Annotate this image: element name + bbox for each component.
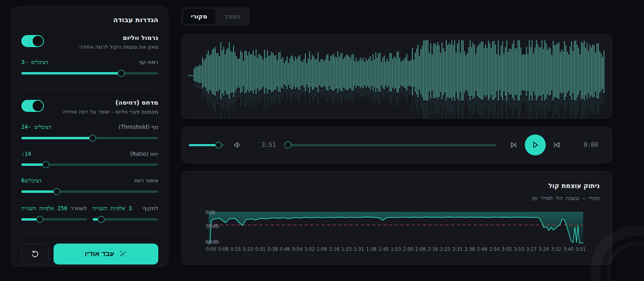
x-axis-tick: 3:40 xyxy=(563,246,574,252)
x-axis-labels: 0:000:080:150:230:310:380:460:541:021:09… xyxy=(206,246,586,252)
target-level-value: 3- דציבלים xyxy=(21,59,48,66)
normalize-description: מאזן את עוצמת הקול לרמה אחידה xyxy=(79,44,158,50)
release-label: לשחרר xyxy=(70,205,87,211)
skip-back-button[interactable] xyxy=(552,140,561,149)
target-level-label: רמת יעד xyxy=(139,59,158,65)
x-axis-tick: 0:46 xyxy=(280,246,290,252)
tab-processed[interactable]: מעובד xyxy=(216,9,249,24)
reset-icon xyxy=(31,250,39,258)
x-axis-tick: 3:32 xyxy=(551,246,561,252)
x-axis-tick: 2:23 xyxy=(440,246,450,252)
compressor-description: מצמצם פערי ווליום – שומר על רמה אחידה xyxy=(62,109,158,115)
skip-forward-icon xyxy=(509,140,518,149)
magic-wand-icon xyxy=(118,250,127,258)
compressor-title: מדחס (דחיסה) xyxy=(62,99,158,106)
x-axis-tick: 3:02 xyxy=(501,246,512,252)
tab-original[interactable]: מקורי xyxy=(183,9,215,24)
x-axis-tick: 3:10 xyxy=(514,246,524,252)
x-axis-tick: 1:45 xyxy=(378,246,389,252)
release-column: לשחרר 250 אלפיות השנייה xyxy=(21,205,87,223)
x-axis-tick: 0:15 xyxy=(230,246,241,252)
process-audio-label: עבד אודיו xyxy=(85,250,114,258)
y-axis-label-0db: 0dB xyxy=(205,209,215,215)
attack-label: לתקוף xyxy=(143,205,158,211)
x-axis-tick: 1:09 xyxy=(317,246,327,252)
speaker-icon[interactable] xyxy=(233,140,242,149)
gain-value: 6דציבלים xyxy=(21,177,41,184)
x-axis-tick: 2:31 xyxy=(452,246,463,252)
slider-fill xyxy=(21,72,121,74)
x-axis-tick: 3:51 xyxy=(576,246,586,252)
ratio-row: יחס (Ratio) :14 xyxy=(21,151,158,168)
volume-handle[interactable] xyxy=(215,142,222,149)
slider-handle[interactable] xyxy=(36,216,43,223)
attack-column: לתקוף 3 אלפיות השנייה xyxy=(93,205,158,223)
slider-handle[interactable] xyxy=(97,216,105,223)
settings-panel: הגדרות עבודה נרמול ווליום מאזן את עוצמת … xyxy=(11,6,168,267)
reset-button[interactable] xyxy=(21,244,49,264)
chart-legend: מקורי — עוצמת קול לאורך זמן xyxy=(182,190,612,202)
slider-handle[interactable] xyxy=(89,134,96,142)
x-axis-tick: 3:17 xyxy=(526,246,536,252)
target-level-row: רמת יעד 3- דציבלים xyxy=(21,59,158,77)
waveform-panel[interactable] xyxy=(181,34,612,119)
seek-handle[interactable] xyxy=(284,141,292,149)
slider-handle[interactable] xyxy=(118,70,125,77)
current-time-text: 0:00 xyxy=(584,141,598,149)
x-axis-tick: 0:54 xyxy=(292,246,302,252)
volume-analysis-panel: ניתוק עוצמת קול מקורי — עוצמת קול לאורך … xyxy=(181,171,612,265)
x-axis-tick: 1:02 xyxy=(304,246,315,252)
release-value: 250 אלפיות השנייה xyxy=(21,205,67,212)
x-axis-tick: 2:46 xyxy=(477,246,487,252)
x-axis-tick: 1:53 xyxy=(391,246,401,252)
divider xyxy=(21,88,158,89)
normalize-toggle[interactable] xyxy=(21,35,44,47)
release-slider[interactable] xyxy=(21,216,87,223)
x-axis-tick: 0:31 xyxy=(255,246,265,252)
slider-handle[interactable] xyxy=(53,188,60,195)
volume-slider[interactable] xyxy=(189,142,224,148)
toggle-knob xyxy=(33,36,43,46)
y-axis-label-30db: 30dB- xyxy=(205,223,220,229)
normalize-title: נרמול ווליום xyxy=(79,34,158,41)
player-panel: 3:51 0:00 xyxy=(181,127,612,163)
settings-panel-title: הגדרות עבודה xyxy=(21,16,158,24)
attack-slider[interactable] xyxy=(93,216,158,223)
gain-slider[interactable] xyxy=(21,188,158,195)
x-axis-tick: 3:24 xyxy=(538,246,549,252)
x-axis-tick: 2:54 xyxy=(489,246,500,252)
gain-row: איפור רווח 6דציבלים xyxy=(21,177,158,195)
x-axis-tick: 0:00 xyxy=(206,246,216,252)
ratio-label: יחס (Ratio) xyxy=(130,151,158,157)
x-axis-tick: 1:23 xyxy=(342,246,352,252)
skip-forward-button[interactable] xyxy=(509,140,518,149)
ratio-slider[interactable] xyxy=(21,161,158,168)
threshold-label: סף (Threshold) xyxy=(118,124,158,130)
threshold-slider[interactable] xyxy=(21,134,158,142)
seek-slider[interactable] xyxy=(285,141,496,149)
y-axis-label-60db: 60dB- xyxy=(205,239,220,245)
play-button[interactable] xyxy=(525,134,546,155)
x-axis-tick: 2:38 xyxy=(464,246,475,252)
x-axis-tick: 1:31 xyxy=(354,246,364,252)
x-axis-tick: 1:38 xyxy=(366,246,377,252)
target-level-slider[interactable] xyxy=(21,70,158,77)
x-axis-tick: 0:38 xyxy=(267,246,278,252)
duration-text: 3:51 xyxy=(261,141,276,149)
process-audio-button[interactable]: עבד אודיו xyxy=(54,244,158,264)
compressor-toggle[interactable] xyxy=(21,100,44,112)
volume-plot xyxy=(209,212,583,245)
slider-handle[interactable] xyxy=(42,161,50,168)
chart-title: ניתוק עוצמת קול xyxy=(182,171,612,190)
gain-label: איפור רווח xyxy=(134,177,158,184)
toggle-knob xyxy=(33,101,43,111)
attack-value: 3 אלפיות השנייה xyxy=(93,205,132,212)
divider xyxy=(21,233,158,234)
compressor-section: מדחס (דחיסה) מצמצם פערי ווליום – שומר על… xyxy=(21,99,158,223)
threshold-value: 24- דציבלים xyxy=(21,124,51,130)
normalize-section: נרמול ווליום מאזן את עוצמת הקול לרמה אחי… xyxy=(21,34,158,77)
x-axis-tick: 2:08 xyxy=(415,246,426,252)
view-tabs: מקורי מעובד xyxy=(181,7,250,26)
ratio-value: :14 xyxy=(21,151,31,157)
threshold-row: סף (Threshold) 24- דציבלים xyxy=(21,124,158,142)
